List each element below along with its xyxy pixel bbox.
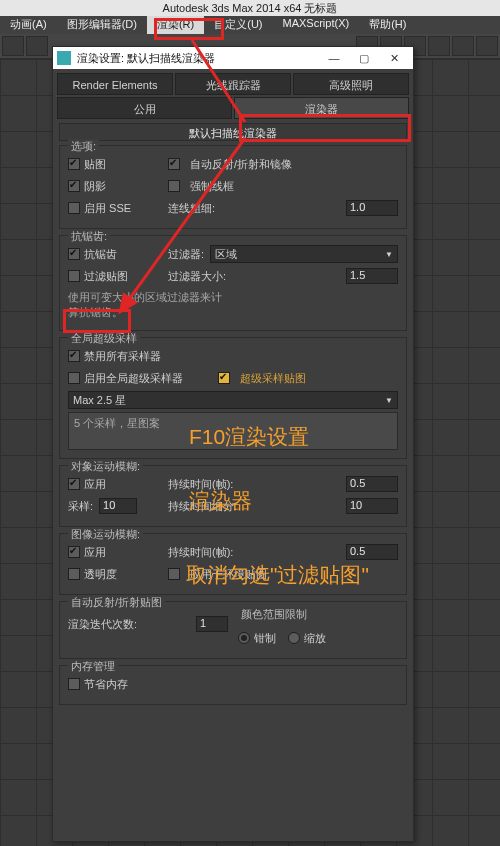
- group-aa-title: 抗锯齿:: [68, 229, 110, 244]
- group-image-blur: 图像运动模糊: 应用 持续时间(帧):0.5 透明度 应用于环境贴图: [59, 533, 407, 595]
- lbl-objblur-apply: 应用: [84, 477, 106, 492]
- tool-btn[interactable]: [452, 36, 474, 56]
- lbl-filter-maps: 过滤贴图: [84, 269, 128, 284]
- lbl-wire-thickness: 连线粗细:: [168, 201, 215, 216]
- spin-filter-size[interactable]: 1.5: [346, 268, 398, 284]
- tool-btn[interactable]: [428, 36, 450, 56]
- window-close-button[interactable]: ✕: [379, 48, 409, 68]
- chk-objblur-apply[interactable]: [68, 478, 80, 490]
- lbl-clamp: 钳制: [254, 631, 276, 646]
- chk-disable-samplers[interactable]: [68, 350, 80, 362]
- chk-enable-global-ss[interactable]: [68, 372, 80, 384]
- dialog-tabs: Render Elements 光线跟踪器 高级照明 公用 渲染器: [53, 69, 413, 119]
- menubar: 动画(A) 图形编辑器(D) 渲染(R) 自定义(U) MAXScript(X)…: [0, 16, 500, 34]
- tab-renderer[interactable]: 渲染器: [234, 97, 409, 119]
- menu-graph-editor[interactable]: 图形编辑器(D): [57, 16, 147, 34]
- spin-samples[interactable]: 10: [99, 498, 137, 514]
- chk-enable-sse[interactable]: [68, 202, 80, 214]
- sel-ss-method[interactable]: Max 2.5 星▼: [68, 391, 398, 409]
- tool-btn[interactable]: [476, 36, 498, 56]
- tab-raytracer[interactable]: 光线跟踪器: [175, 73, 291, 95]
- group-autoref-title: 自动反射/折射贴图: [68, 595, 165, 610]
- spin-wire-thickness[interactable]: 1.0: [346, 200, 398, 216]
- chk-conserve-mem[interactable]: [68, 678, 80, 690]
- lbl-samples: 采样:: [68, 499, 93, 514]
- app-titlebar: Autodesk 3ds Max 2014 x64 无标题: [0, 0, 500, 16]
- sel-filter[interactable]: 区域▼: [210, 245, 398, 263]
- tab-render-elements[interactable]: Render Elements: [57, 73, 173, 95]
- chk-apply-env[interactable]: [168, 568, 180, 580]
- app-icon: [57, 51, 71, 65]
- lbl-iter: 渲染迭代次数:: [68, 617, 137, 632]
- group-mem-title: 内存管理: [68, 659, 118, 674]
- chk-transparency[interactable]: [68, 568, 80, 580]
- chevron-down-icon: ▼: [385, 396, 393, 405]
- lbl-mapping: 贴图: [84, 157, 106, 172]
- chk-mapping[interactable]: [68, 158, 80, 170]
- group-options-title: 选项:: [68, 139, 99, 154]
- menu-customize[interactable]: 自定义(U): [204, 16, 272, 34]
- lbl-filter-size: 过滤器大小:: [168, 269, 226, 284]
- ss-desc: 5 个采样，星图案: [68, 412, 398, 450]
- lbl-auto-reflect: 自动反射/折射和镜像: [190, 157, 292, 172]
- lbl-force-wire: 强制线框: [190, 179, 234, 194]
- group-colorrange-title: 颜色范围限制: [238, 607, 310, 622]
- group-autoreflect: 自动反射/折射贴图 渲染迭代次数:1 颜色范围限制 钳制 缩放: [59, 601, 407, 659]
- group-objblur-title: 对象运动模糊:: [68, 459, 143, 474]
- lbl-antialias: 抗锯齿: [84, 247, 117, 262]
- lbl-subdiv: 持续时间细分:: [168, 499, 237, 514]
- chk-ss-maps[interactable]: [218, 372, 230, 384]
- group-options: 选项: 贴图 自动反射/折射和镜像 阴影 强制线框 启用 SSE 连线粗细:1.…: [59, 145, 407, 229]
- lbl-scale: 缩放: [304, 631, 326, 646]
- group-memory: 内存管理 节省内存: [59, 665, 407, 705]
- group-supersample: 全局超级采样 禁用所有采样器 启用全局超级采样器 超级采样贴图 Max 2.5 …: [59, 337, 407, 459]
- window-minimize-button[interactable]: —: [319, 48, 349, 68]
- menu-animation[interactable]: 动画(A): [0, 16, 57, 34]
- lbl-shadow: 阴影: [84, 179, 106, 194]
- dialog-titlebar[interactable]: 渲染设置: 默认扫描线渲染器 — ▢ ✕: [53, 47, 413, 69]
- lbl-disable-samplers: 禁用所有采样器: [84, 349, 161, 364]
- group-object-blur: 对象运动模糊: 应用 持续时间(帧):0.5 采样:10 持续时间细分:10: [59, 465, 407, 527]
- group-antialias: 抗锯齿: 抗锯齿 过滤器: 区域▼ 过滤贴图 过滤器大小:1.5 使用可变大小的…: [59, 235, 407, 331]
- menu-help[interactable]: 帮助(H): [359, 16, 416, 34]
- tool-btn[interactable]: [2, 36, 24, 56]
- spin-subdiv[interactable]: 10: [346, 498, 398, 514]
- chk-force-wire[interactable]: [168, 180, 180, 192]
- dialog-body: 默认扫描线渲染器 选项: 贴图 自动反射/折射和镜像 阴影 强制线框 启用 SS…: [53, 119, 413, 837]
- aa-filter-desc: 使用可变大小的区域过滤器来计算抗锯齿。: [68, 290, 228, 320]
- lbl-imgblur-apply: 应用: [84, 545, 106, 560]
- tab-common[interactable]: 公用: [57, 97, 232, 119]
- chk-antialias[interactable]: [68, 248, 80, 260]
- group-imgblur-title: 图像运动模糊:: [68, 527, 143, 542]
- render-setup-dialog: 渲染设置: 默认扫描线渲染器 — ▢ ✕ Render Elements 光线跟…: [52, 46, 414, 842]
- lbl-sse: 启用 SSE: [84, 201, 131, 216]
- lbl-imgblur-duration: 持续时间(帧):: [168, 545, 233, 560]
- spin-imgblur-duration[interactable]: 0.5: [346, 544, 398, 560]
- menu-render[interactable]: 渲染(R): [147, 16, 204, 34]
- group-ss-title: 全局超级采样: [68, 331, 140, 346]
- menu-maxscript[interactable]: MAXScript(X): [273, 16, 360, 34]
- rad-scale[interactable]: [288, 632, 300, 644]
- chk-auto-reflect[interactable]: [168, 158, 180, 170]
- chk-imgblur-apply[interactable]: [68, 546, 80, 558]
- chk-filter-maps[interactable]: [68, 270, 80, 282]
- lbl-ss-maps: 超级采样贴图: [240, 371, 306, 386]
- chk-shadow[interactable]: [68, 180, 80, 192]
- spin-objblur-duration[interactable]: 0.5: [346, 476, 398, 492]
- tab-advanced-lighting[interactable]: 高级照明: [293, 73, 409, 95]
- lbl-transparency: 透明度: [84, 567, 117, 582]
- lbl-enable-global-ss: 启用全局超级采样器: [84, 371, 183, 386]
- window-maximize-button[interactable]: ▢: [349, 48, 379, 68]
- lbl-conserve-mem: 节省内存: [84, 677, 128, 692]
- dialog-title: 渲染设置: 默认扫描线渲染器: [77, 51, 215, 66]
- rad-clamp[interactable]: [238, 632, 250, 644]
- lbl-objblur-duration: 持续时间(帧):: [168, 477, 233, 492]
- rollup-title[interactable]: 默认扫描线渲染器: [59, 123, 407, 141]
- spin-iter[interactable]: 1: [196, 616, 228, 632]
- chevron-down-icon: ▼: [385, 250, 393, 259]
- lbl-apply-env: 应用于环境贴图: [190, 567, 267, 582]
- lbl-filter: 过滤器:: [168, 247, 204, 262]
- tool-btn[interactable]: [26, 36, 48, 56]
